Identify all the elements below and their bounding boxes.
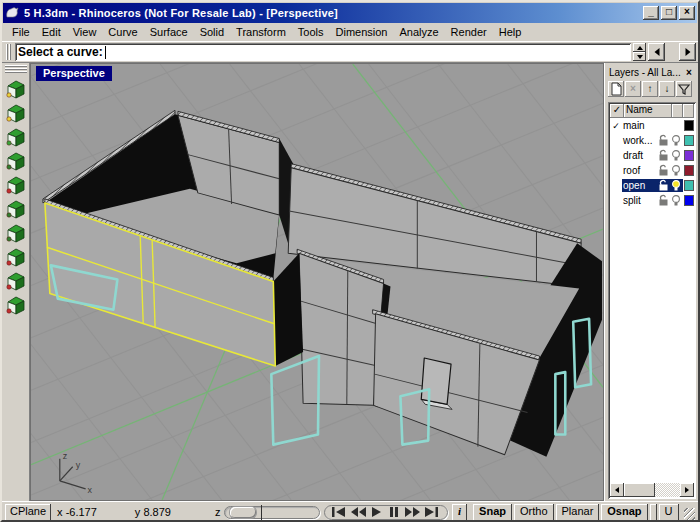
play-button[interactable] bbox=[368, 506, 386, 518]
toolbar-gripper-top[interactable] bbox=[5, 65, 27, 74]
layer-row-draft[interactable]: draft bbox=[610, 148, 694, 163]
new-layer-button[interactable] bbox=[608, 81, 624, 97]
spin-up-icon[interactable] bbox=[633, 43, 646, 52]
bulb-icon[interactable] bbox=[670, 179, 683, 192]
layer-name[interactable]: open bbox=[622, 179, 657, 192]
title-bar[interactable]: 5 H.3dm - Rhinoceros (Not For Resale Lab… bbox=[3, 3, 697, 23]
maximize-button[interactable]: □ bbox=[661, 6, 677, 20]
menu-tools[interactable]: Tools bbox=[292, 24, 330, 40]
layer-name[interactable]: split bbox=[622, 194, 657, 207]
current-layer-check[interactable]: ✓ bbox=[610, 121, 622, 131]
box-point-tool-icon[interactable] bbox=[4, 174, 28, 197]
delete-layer-button[interactable]: × bbox=[625, 81, 641, 97]
menu-help[interactable]: Help bbox=[493, 24, 528, 40]
box-split-tool-icon[interactable] bbox=[4, 150, 28, 173]
bulb-icon[interactable] bbox=[670, 194, 683, 207]
command-input[interactable]: Select a curve: bbox=[15, 43, 631, 61]
move-layer-down-button[interactable]: ↓ bbox=[659, 81, 675, 97]
scroll-right-button[interactable] bbox=[679, 43, 696, 61]
layer-color-swatch[interactable] bbox=[684, 150, 694, 161]
pane-osnap[interactable]: Osnap bbox=[601, 504, 647, 521]
door-panel[interactable] bbox=[421, 358, 452, 409]
menu-edit[interactable]: Edit bbox=[36, 24, 67, 40]
toolbar-gripper[interactable] bbox=[6, 44, 11, 60]
resize-grip[interactable] bbox=[684, 508, 696, 522]
header-check-column[interactable]: ✓ bbox=[610, 104, 624, 118]
box-array-tool-icon[interactable] bbox=[4, 270, 28, 293]
header-name-column[interactable]: Name bbox=[624, 104, 672, 118]
bulb-icon[interactable] bbox=[670, 164, 683, 177]
layer-row-work[interactable]: work... bbox=[610, 133, 694, 148]
pane-clipped[interactable] bbox=[650, 504, 657, 521]
move-layer-up-button[interactable]: ↑ bbox=[642, 81, 658, 97]
box-face-tool-icon[interactable] bbox=[4, 102, 28, 125]
menu-analyze[interactable]: Analyze bbox=[393, 24, 444, 40]
menu-render[interactable]: Render bbox=[445, 24, 493, 40]
layer-name[interactable]: roof bbox=[622, 164, 657, 177]
spin-down-icon[interactable] bbox=[633, 52, 646, 61]
box-edge-tool-icon[interactable] bbox=[4, 78, 28, 101]
info-button[interactable]: i bbox=[452, 504, 467, 521]
menu-solid[interactable]: Solid bbox=[194, 24, 230, 40]
layer-color-swatch[interactable] bbox=[684, 165, 694, 176]
lock-icon[interactable] bbox=[657, 119, 670, 132]
perspective-viewport[interactable]: z y x Perspective bbox=[30, 63, 604, 501]
layers-panel-titlebar[interactable]: Layers - All La... × bbox=[608, 65, 696, 80]
layer-name[interactable]: draft bbox=[622, 149, 657, 162]
menu-surface[interactable]: Surface bbox=[144, 24, 194, 40]
layers-horizontal-scrollbar[interactable] bbox=[610, 483, 694, 497]
menu-curve[interactable]: Curve bbox=[102, 24, 143, 40]
lock-icon[interactable] bbox=[657, 164, 670, 177]
box-sphere-tool-icon[interactable] bbox=[4, 246, 28, 269]
pane-planar[interactable]: Planar bbox=[556, 504, 600, 521]
pane-u[interactable]: U bbox=[659, 504, 679, 521]
menu-dimension[interactable]: Dimension bbox=[330, 24, 394, 40]
box-corner-tool-icon[interactable] bbox=[4, 126, 28, 149]
minimize-button[interactable]: _ bbox=[643, 6, 659, 20]
slider-thumb[interactable] bbox=[230, 507, 256, 518]
pause-button[interactable] bbox=[386, 506, 404, 518]
menu-view[interactable]: View bbox=[67, 24, 103, 40]
layers-header[interactable]: ✓ Name bbox=[610, 104, 694, 118]
rewind-button[interactable] bbox=[350, 506, 368, 518]
header-color-column[interactable] bbox=[683, 104, 694, 118]
bulb-icon[interactable] bbox=[670, 134, 683, 147]
layer-color-swatch[interactable] bbox=[684, 120, 694, 131]
fast-forward-button[interactable] bbox=[404, 506, 422, 518]
pane-ortho[interactable]: Ortho bbox=[514, 504, 554, 521]
layer-name[interactable]: main bbox=[622, 119, 657, 132]
menu-file[interactable]: File bbox=[6, 24, 36, 40]
pane-snap[interactable]: Snap bbox=[473, 504, 512, 521]
menu-transform[interactable]: Transform bbox=[230, 24, 292, 40]
scrollbar-thumb[interactable] bbox=[624, 483, 655, 497]
layer-color-swatch[interactable] bbox=[684, 135, 694, 146]
box-solid-tool-icon[interactable] bbox=[4, 198, 28, 221]
scrollbar-left-icon[interactable] bbox=[610, 483, 624, 497]
skip-start-button[interactable] bbox=[331, 506, 349, 518]
viewport-canvas[interactable]: z y x bbox=[31, 64, 603, 500]
header-lock-column[interactable] bbox=[672, 104, 683, 118]
skip-end-button[interactable] bbox=[423, 506, 441, 518]
layer-row-open[interactable]: open bbox=[610, 178, 694, 193]
layer-filter-button[interactable] bbox=[676, 81, 692, 97]
scroll-left-button[interactable] bbox=[648, 43, 665, 61]
layer-row-main[interactable]: ✓main bbox=[610, 118, 694, 133]
box-stack-tool-icon[interactable] bbox=[4, 222, 28, 245]
z-slider[interactable] bbox=[224, 506, 320, 519]
viewport-title[interactable]: Perspective bbox=[36, 66, 112, 81]
scrollbar-right-icon[interactable] bbox=[680, 483, 694, 497]
layer-row-roof[interactable]: roof bbox=[610, 163, 694, 178]
command-history-spinner[interactable] bbox=[633, 43, 646, 61]
lock-icon[interactable] bbox=[657, 179, 670, 192]
layer-color-swatch[interactable] bbox=[684, 180, 694, 191]
bulb-icon[interactable] bbox=[670, 119, 683, 132]
layer-name[interactable]: work... bbox=[622, 134, 657, 147]
surface-corner-tool-icon[interactable] bbox=[4, 294, 28, 317]
lock-icon[interactable] bbox=[657, 134, 670, 147]
layer-row-split[interactable]: split bbox=[610, 193, 694, 208]
layer-color-swatch[interactable] bbox=[684, 195, 694, 206]
bulb-icon[interactable] bbox=[670, 149, 683, 162]
cplane-button[interactable]: CPlane bbox=[5, 504, 51, 521]
lock-icon[interactable] bbox=[657, 149, 670, 162]
lock-icon[interactable] bbox=[657, 194, 670, 207]
